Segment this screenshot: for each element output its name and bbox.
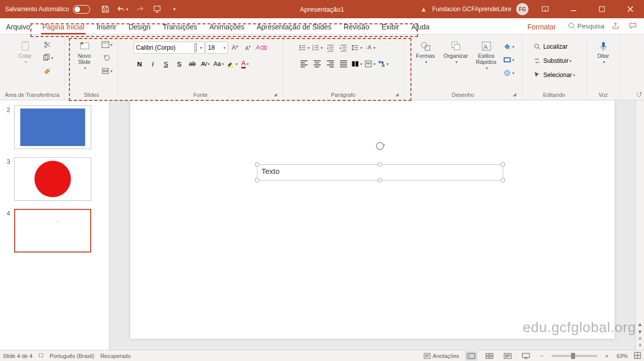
resize-handle-nw[interactable] <box>255 162 259 167</box>
text-direction-button[interactable]: ↓A▾ <box>364 42 376 54</box>
dictate-button[interactable]: Ditar▾ <box>589 39 618 66</box>
resize-handle-se[interactable] <box>501 178 505 183</box>
copy-button[interactable]: ▾ <box>42 52 54 64</box>
tab-pagina-inicial[interactable]: Página Inicial <box>36 20 90 34</box>
scroll-prev-slide[interactable]: ≙ <box>638 337 642 341</box>
font-color-button[interactable]: A▾ <box>239 58 251 70</box>
zoom-out-button[interactable]: − <box>538 353 545 359</box>
rotate-handle[interactable] <box>374 140 386 154</box>
smartart-button[interactable]: ▾ <box>377 58 389 70</box>
tab-arquivo[interactable]: Arquivo <box>0 20 36 34</box>
autosave-switch[interactable] <box>73 5 90 14</box>
view-reading-button[interactable] <box>502 351 514 360</box>
decrease-font-button[interactable]: A▾ <box>242 42 254 54</box>
bold-button[interactable]: N <box>134 58 146 70</box>
new-slide-button[interactable]: Novo Slide ▾ <box>70 39 99 73</box>
drawing-launcher[interactable]: ◢ <box>513 92 516 97</box>
reset-button[interactable] <box>101 52 113 64</box>
quick-styles-button[interactable]: A EstilosRápidos▾ <box>472 39 501 73</box>
scroll-next-slide[interactable]: ≚ <box>638 343 642 348</box>
redo-button[interactable] <box>133 2 147 16</box>
align-left-button[interactable] <box>298 58 310 70</box>
search-box[interactable]: Pesquisa <box>567 22 604 30</box>
shape-fill-button[interactable]: ▾ <box>503 41 515 53</box>
maximize-button[interactable] <box>590 0 614 18</box>
slide-canvas-area[interactable]: Texto <box>109 100 635 350</box>
shadow-button[interactable]: S <box>173 58 185 70</box>
view-slideshow-button[interactable] <box>520 351 532 360</box>
share-button[interactable] <box>610 20 622 32</box>
tab-design[interactable]: Design <box>123 20 157 34</box>
language-indicator[interactable]: Português (Brasil) <box>50 353 94 359</box>
tab-transicoes[interactable]: Transições <box>157 20 203 34</box>
align-justify-button[interactable] <box>337 58 350 70</box>
comments-button[interactable] <box>627 20 639 32</box>
qat-more-button[interactable]: ▾ <box>167 2 181 16</box>
font-launcher[interactable]: ◢ <box>274 92 277 97</box>
tab-formatar[interactable]: Formatar <box>521 20 562 34</box>
increase-indent-button[interactable] <box>337 42 350 54</box>
strikethrough-button[interactable]: ab <box>186 58 199 70</box>
columns-button[interactable]: ▾ <box>351 58 363 70</box>
accessibility-icon[interactable]: ☐ <box>39 352 44 359</box>
ribbon-display-options-button[interactable] <box>534 0 557 18</box>
tab-ajuda[interactable]: Ajuda <box>405 20 436 34</box>
decrease-indent-button[interactable] <box>324 42 336 54</box>
shapes-button[interactable]: Formas▾ <box>411 39 440 66</box>
slide-thumb-4[interactable]: 4 ~ <box>4 209 105 252</box>
paragraph-launcher[interactable]: ◢ <box>395 92 399 97</box>
section-button[interactable]: ▾ <box>101 65 113 77</box>
align-center-button[interactable] <box>311 58 323 70</box>
clear-formatting-button[interactable]: A⌫ <box>255 42 268 54</box>
zoom-slider[interactable] <box>552 355 597 357</box>
bullets-button[interactable]: ▾ <box>298 42 310 54</box>
arrange-button[interactable]: Organizar▾ <box>442 39 470 66</box>
font-name-combo[interactable]: Calibri (Corpo) ▾ <box>134 42 205 54</box>
font-size-combo[interactable]: 18 ▾ <box>206 42 228 54</box>
char-spacing-button[interactable]: AV▾ <box>200 58 212 70</box>
avatar[interactable]: FG <box>516 3 528 15</box>
tab-exibir[interactable]: Exibir <box>375 20 405 34</box>
save-icon[interactable] <box>98 2 112 16</box>
scroll-up-icon[interactable]: ▲ <box>637 321 642 327</box>
italic-button[interactable]: I <box>147 58 159 70</box>
increase-font-button[interactable]: A▴ <box>229 42 241 54</box>
slide-thumb-2[interactable]: 2 <box>4 105 105 149</box>
format-painter-button[interactable] <box>42 65 54 77</box>
replace-button[interactable]: Substituir▾ <box>531 55 574 67</box>
text-box[interactable]: Texto <box>257 164 503 181</box>
line-spacing-button[interactable]: ▾ <box>351 42 363 54</box>
start-from-beginning-button[interactable] <box>150 2 164 16</box>
numbering-button[interactable]: 123▾ <box>311 42 323 54</box>
tab-inserir[interactable]: Inserir <box>91 20 123 34</box>
resize-handle-sw[interactable] <box>255 178 259 183</box>
slide-thumbnail-panel[interactable]: 2 3 4 ~ <box>0 100 109 350</box>
scroll-down-icon[interactable]: ▼ <box>637 329 642 335</box>
view-sorter-button[interactable] <box>483 351 496 360</box>
zoom-in-button[interactable]: + <box>603 353 611 359</box>
find-button[interactable]: Localizar <box>531 41 570 53</box>
account-name[interactable]: Fundacion GCFAprendeLibre <box>432 6 511 13</box>
collapse-ribbon-button[interactable]: ⮍ <box>636 91 642 98</box>
paste-button[interactable]: Colar ▾ <box>11 39 40 66</box>
shape-effects-button[interactable]: ▾ <box>503 67 515 79</box>
slide-canvas[interactable]: Texto <box>130 100 615 339</box>
vertical-scrollbar[interactable]: ▲ ▼ ≙ ≚ <box>635 100 644 350</box>
view-normal-button[interactable] <box>465 351 477 360</box>
fit-to-window-button[interactable] <box>634 352 641 360</box>
minimize-button[interactable] <box>562 0 585 18</box>
align-right-button[interactable] <box>324 58 336 70</box>
undo-button[interactable]: ▾ <box>116 2 130 16</box>
tab-revisao[interactable]: Revisão <box>337 20 375 34</box>
slide-thumb-3[interactable]: 3 <box>4 157 105 201</box>
highlight-color-button[interactable]: ▾ <box>226 58 238 70</box>
close-button[interactable] <box>619 0 642 18</box>
underline-button[interactable]: S <box>160 58 172 70</box>
layout-button[interactable]: ▾ <box>101 39 113 51</box>
shape-outline-button[interactable]: ▾ <box>503 54 515 66</box>
align-text-button[interactable]: ▾ <box>364 58 376 70</box>
tab-animacoes[interactable]: Animações <box>203 20 250 34</box>
resize-handle-s[interactable] <box>377 178 382 183</box>
change-case-button[interactable]: Aa▾ <box>213 58 225 70</box>
resize-handle-n[interactable] <box>377 162 382 167</box>
